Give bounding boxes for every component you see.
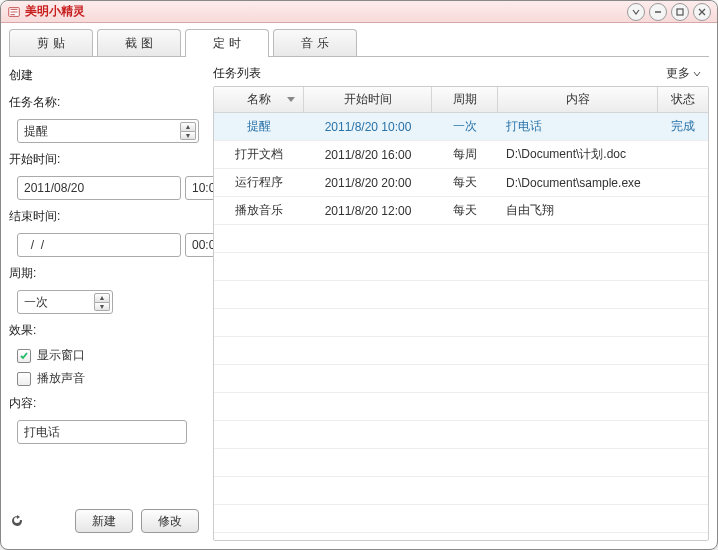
content-input[interactable] bbox=[17, 420, 187, 444]
button-label: 新建 bbox=[92, 513, 116, 530]
cell-content: 自由飞翔 bbox=[498, 202, 658, 219]
tab-label: 音 乐 bbox=[301, 35, 328, 52]
period-label: 周期: bbox=[9, 265, 199, 282]
tab-label: 定 时 bbox=[213, 35, 240, 52]
start-date-input[interactable] bbox=[17, 176, 181, 200]
create-heading: 创建 bbox=[9, 67, 199, 84]
app-window: 美明小精灵 剪 贴 截 图 定 时 音 乐 创建 任务名称: 提醒 ▲▼ bbox=[0, 0, 718, 550]
col-name[interactable]: 名称 bbox=[214, 87, 304, 112]
table-row bbox=[214, 281, 708, 309]
col-content[interactable]: 内容 bbox=[498, 87, 658, 112]
cell-period: 每天 bbox=[432, 202, 498, 219]
end-date-input[interactable] bbox=[17, 233, 181, 257]
new-button[interactable]: 新建 bbox=[75, 509, 133, 533]
spinner-buttons[interactable]: ▲▼ bbox=[180, 122, 196, 140]
play-sound-checkbox[interactable]: 播放声音 bbox=[17, 370, 199, 387]
table-row[interactable]: 运行程序2011/8/20 20:00每天D:\Document\sample.… bbox=[214, 169, 708, 197]
cell-start: 2011/8/20 20:00 bbox=[304, 176, 432, 190]
task-name-label: 任务名称: bbox=[9, 94, 199, 111]
cell-content: D:\Document\计划.doc bbox=[498, 146, 658, 163]
refresh-icon[interactable] bbox=[9, 513, 25, 529]
task-name-combo[interactable]: 提醒 ▲▼ bbox=[17, 119, 199, 143]
minimize-button[interactable] bbox=[649, 3, 667, 21]
cell-name: 提醒 bbox=[214, 118, 304, 135]
table-row[interactable]: 打开文档2011/8/20 16:00每周D:\Document\计划.doc bbox=[214, 141, 708, 169]
spinner-buttons[interactable]: ▲▼ bbox=[94, 293, 110, 311]
tab-body: 创建 任务名称: 提醒 ▲▼ 开始时间: 结束时间: bbox=[9, 56, 709, 541]
show-window-label: 显示窗口 bbox=[37, 347, 85, 364]
cell-start: 2011/8/20 16:00 bbox=[304, 148, 432, 162]
task-list-title: 任务列表 bbox=[213, 65, 261, 82]
table-row bbox=[214, 337, 708, 365]
cell-content: 打电话 bbox=[498, 118, 658, 135]
tab-screenshot[interactable]: 截 图 bbox=[97, 29, 181, 57]
tab-timer[interactable]: 定 时 bbox=[185, 29, 269, 57]
more-link[interactable]: 更多 bbox=[666, 65, 709, 82]
cell-period: 每周 bbox=[432, 146, 498, 163]
table-row bbox=[214, 449, 708, 477]
show-window-checkbox[interactable]: 显示窗口 bbox=[17, 347, 199, 364]
cell-period: 每天 bbox=[432, 174, 498, 191]
col-period[interactable]: 周期 bbox=[432, 87, 498, 112]
table-row bbox=[214, 365, 708, 393]
checkbox-icon bbox=[17, 372, 31, 386]
table-row[interactable]: 播放音乐2011/8/20 12:00每天自由飞翔 bbox=[214, 197, 708, 225]
cell-name: 运行程序 bbox=[214, 174, 304, 191]
table-row bbox=[214, 533, 708, 540]
table-row[interactable]: 提醒2011/8/20 10:00一次打电话完成 bbox=[214, 113, 708, 141]
table-row bbox=[214, 505, 708, 533]
end-time-label: 结束时间: bbox=[9, 208, 199, 225]
tab-music[interactable]: 音 乐 bbox=[273, 29, 357, 57]
cell-name: 打开文档 bbox=[214, 146, 304, 163]
create-panel: 创建 任务名称: 提醒 ▲▼ 开始时间: 结束时间: bbox=[9, 57, 205, 541]
task-name-value: 提醒 bbox=[24, 123, 48, 140]
table-row bbox=[214, 253, 708, 281]
app-title: 美明小精灵 bbox=[25, 3, 85, 20]
col-start[interactable]: 开始时间 bbox=[304, 87, 432, 112]
period-combo[interactable]: 一次 ▲▼ bbox=[17, 290, 113, 314]
content-area: 剪 贴 截 图 定 时 音 乐 创建 任务名称: 提醒 ▲▼ 开始时间: bbox=[1, 23, 717, 549]
cell-start: 2011/8/20 12:00 bbox=[304, 204, 432, 218]
play-sound-label: 播放声音 bbox=[37, 370, 85, 387]
table-row bbox=[214, 393, 708, 421]
cell-start: 2011/8/20 10:00 bbox=[304, 120, 432, 134]
tab-label: 截 图 bbox=[125, 35, 152, 52]
tab-label: 剪 贴 bbox=[37, 35, 64, 52]
cell-name: 播放音乐 bbox=[214, 202, 304, 219]
content-label: 内容: bbox=[9, 395, 199, 412]
cell-period: 一次 bbox=[432, 118, 498, 135]
chevron-down-icon bbox=[693, 70, 701, 78]
table-row bbox=[214, 225, 708, 253]
task-table: 名称 开始时间 周期 内容 状态 提醒2011/8/20 10:00一次打电话完… bbox=[213, 86, 709, 541]
edit-button[interactable]: 修改 bbox=[141, 509, 199, 533]
col-status[interactable]: 状态 bbox=[658, 87, 708, 112]
tab-clipboard[interactable]: 剪 贴 bbox=[9, 29, 93, 57]
table-body: 提醒2011/8/20 10:00一次打电话完成打开文档2011/8/20 16… bbox=[214, 113, 708, 540]
maximize-button[interactable] bbox=[671, 3, 689, 21]
tab-bar: 剪 贴 截 图 定 时 音 乐 bbox=[9, 29, 709, 57]
table-row bbox=[214, 309, 708, 337]
more-label: 更多 bbox=[666, 65, 690, 82]
table-row bbox=[214, 477, 708, 505]
button-label: 修改 bbox=[158, 513, 182, 530]
table-header: 名称 开始时间 周期 内容 状态 bbox=[214, 87, 708, 113]
app-icon bbox=[7, 5, 21, 19]
effect-label: 效果: bbox=[9, 322, 199, 339]
cell-content: D:\Document\sample.exe bbox=[498, 176, 658, 190]
close-button[interactable] bbox=[693, 3, 711, 21]
task-list-panel: 任务列表 更多 名称 开始时间 周期 内容 状态 提醒2011/ bbox=[205, 57, 709, 541]
checkbox-icon bbox=[17, 349, 31, 363]
period-value: 一次 bbox=[24, 294, 48, 311]
start-time-label: 开始时间: bbox=[9, 151, 199, 168]
titlebar[interactable]: 美明小精灵 bbox=[1, 1, 717, 23]
svg-rect-2 bbox=[677, 9, 683, 15]
dropdown-button[interactable] bbox=[627, 3, 645, 21]
cell-status: 完成 bbox=[658, 118, 708, 135]
table-row bbox=[214, 421, 708, 449]
